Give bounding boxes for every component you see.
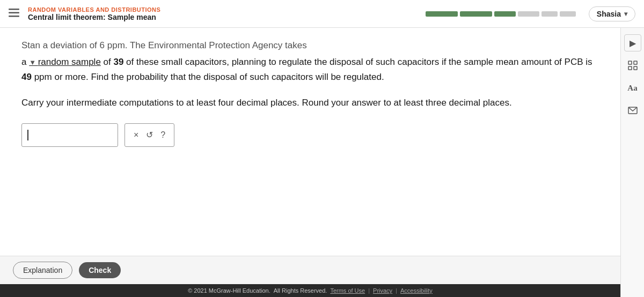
- chevron-down-icon: ▾: [624, 10, 627, 18]
- progress-seg-1: [426, 11, 458, 17]
- answer-input-box[interactable]: [21, 123, 118, 147]
- ppm-value: 49: [21, 72, 32, 82]
- cutoff-text: Stan a deviation of 6 ppm. The Environme…: [21, 39, 599, 53]
- hamburger-icon[interactable]: [9, 8, 19, 20]
- random-sample-text: random sample: [38, 57, 101, 67]
- footer-sep-1: |: [368, 287, 370, 294]
- nav-progress: [426, 11, 576, 17]
- explanation-button[interactable]: Explanation: [13, 262, 72, 279]
- progress-seg-2: [460, 11, 492, 17]
- footer-rights: All Rights Reserved.: [274, 287, 327, 294]
- footer-sep-2: |: [396, 287, 397, 294]
- grid-icon[interactable]: [624, 57, 641, 74]
- progress-seg-6: [560, 11, 576, 17]
- clear-button[interactable]: ×: [134, 130, 138, 140]
- svg-rect-0: [9, 9, 19, 10]
- help-button[interactable]: ?: [160, 130, 165, 140]
- problem-text-prefix: a: [21, 57, 29, 67]
- user-menu[interactable]: Shasia ▾: [589, 6, 635, 21]
- check-button[interactable]: Check: [79, 262, 121, 278]
- navbar: RANDOM VARIABLES AND DISTRIBUTIONS Centr…: [0, 0, 644, 28]
- svg-rect-1: [9, 12, 19, 14]
- play-icon[interactable]: ▶: [624, 34, 641, 51]
- nav-title-area: RANDOM VARIABLES AND DISTRIBUTIONS Centr…: [28, 6, 160, 21]
- random-sample-link[interactable]: ▼ random sample: [29, 57, 101, 67]
- text-size-icon[interactable]: Aa: [624, 79, 641, 96]
- svg-rect-6: [634, 66, 637, 70]
- main-layout: Stan a deviation of 6 ppm. The Environme…: [0, 28, 644, 297]
- problem-text-of: of 39 of these small capacitors, plannin…: [21, 57, 592, 82]
- answer-area: × ↺ ?: [21, 123, 599, 147]
- user-name: Shasia: [597, 10, 621, 18]
- action-buttons-box: × ↺ ?: [125, 123, 174, 147]
- instruction-text: Carry your intermediate computations to …: [21, 95, 599, 110]
- progress-seg-4: [518, 11, 539, 17]
- reset-button[interactable]: ↺: [146, 130, 153, 140]
- problem-content: Stan a deviation of 6 ppm. The Environme…: [0, 28, 620, 256]
- bottom-bar: Explanation Check: [0, 256, 620, 284]
- svg-rect-3: [628, 61, 632, 64]
- svg-rect-4: [634, 61, 637, 64]
- nav-subtitle: RANDOM VARIABLES AND DISTRIBUTIONS: [28, 6, 160, 13]
- footer-privacy-link[interactable]: Privacy: [373, 287, 392, 294]
- nav-title: Central limit theorem: Sample mean: [28, 13, 160, 21]
- footer: © 2021 McGraw-Hill Education. All Rights…: [0, 284, 620, 297]
- footer-terms-link[interactable]: Terms of Use: [330, 287, 365, 294]
- progress-seg-5: [541, 11, 558, 17]
- envelope-icon[interactable]: [624, 102, 641, 119]
- problem-text: a ▼ random sample of 39 of these small c…: [21, 55, 599, 85]
- svg-rect-2: [9, 16, 19, 17]
- dropdown-indicator: ▼: [29, 58, 38, 66]
- footer-copyright: © 2021 McGraw-Hill Education.: [188, 287, 270, 294]
- content-area: Stan a deviation of 6 ppm. The Environme…: [0, 28, 620, 297]
- svg-rect-5: [628, 66, 632, 70]
- progress-seg-3: [494, 11, 516, 17]
- right-sidebar: ▶ Aa: [620, 28, 644, 297]
- sample-size: 39: [113, 57, 123, 67]
- footer-accessibility-link[interactable]: Accessibility: [400, 287, 433, 294]
- text-cursor: [27, 130, 28, 140]
